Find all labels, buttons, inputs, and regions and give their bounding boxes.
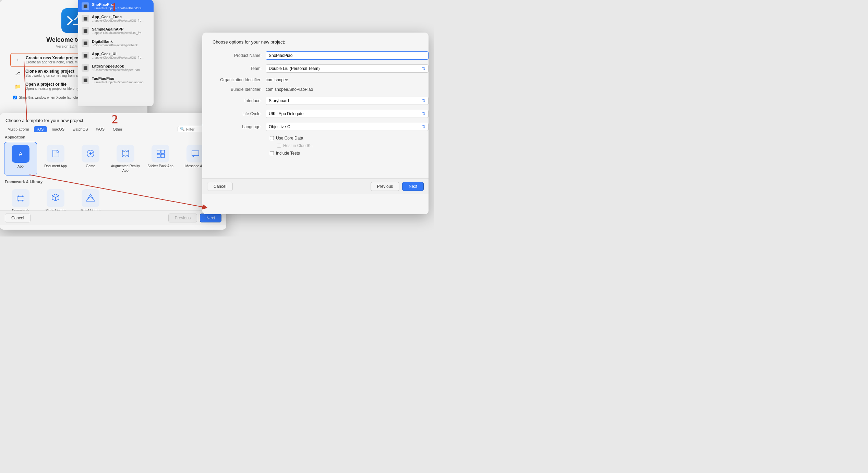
template-static-library[interactable]: Static Library (39, 186, 72, 210)
show-on-launch-checkbox[interactable] (13, 96, 17, 99)
tab-watchos[interactable]: watchOS (69, 126, 92, 132)
tab-multiplatform[interactable]: Multiplatform (4, 126, 33, 132)
core-data-checkbox[interactable] (270, 136, 274, 140)
options-form-area: Product Name: Team: Double Liu (Personal… (202, 48, 429, 178)
project-icon: ⬛ (82, 64, 89, 72)
recent-item[interactable]: ⬛ LittleShopeeBook ~/Documents/Projects/… (78, 62, 154, 74)
template-scroll-area: Application A App Document App (0, 135, 226, 210)
project-path: ...apple-CloudDocs/Projects/iOS_from_0 (92, 56, 147, 59)
options-header: Choose options for your new project: (202, 33, 429, 48)
framework-section-label: Framework & Library (4, 180, 222, 184)
language-label: Language: (202, 124, 266, 129)
project-name: LittleShopeeBook (92, 64, 140, 68)
cloudkit-checkbox[interactable] (277, 144, 281, 148)
team-select[interactable]: Double Liu (Personal Team) ⇅ (266, 64, 429, 73)
interface-label: Interface: (202, 98, 266, 103)
interface-select[interactable]: Storyboard ⇅ (266, 97, 429, 105)
team-select-arrow: ⇅ (422, 66, 425, 71)
app-label: App (17, 164, 24, 169)
recent-item[interactable]: ⬛ DigitalBank ~/Documents/Projects/digit… (78, 37, 154, 49)
project-icon: ⬛ (82, 76, 89, 84)
language-arrow: ⇅ (422, 124, 425, 129)
language-value: Objective-C (269, 124, 290, 129)
org-identifier-row: Organization Identifier: com.shopee (202, 77, 429, 82)
product-name-label: Product Name: (202, 53, 266, 58)
options-next-button[interactable]: Next (402, 182, 424, 191)
svg-rect-14 (189, 147, 202, 160)
project-path: ~/Documents/Projects/ShopeePlan (92, 68, 140, 72)
project-icon: ⬛ (82, 52, 89, 59)
open-icon: 📁 (13, 82, 22, 91)
project-name: SampleAgainAPP (92, 27, 147, 31)
metal-library-label: Metal Library (81, 208, 100, 210)
core-data-label: Use Core Data (276, 136, 303, 141)
lifecycle-select[interactable]: UIKit App Delegate ⇅ (266, 110, 429, 118)
project-path: ~/Documents/Projects/digitalbank (92, 44, 138, 47)
recent-item[interactable]: ⬛ App_Geek_UI ...apple-CloudDocs/Project… (78, 49, 154, 62)
clone-icon: ⎇ (13, 69, 22, 78)
lifecycle-arrow: ⇅ (422, 111, 425, 116)
document-app-label: Document App (44, 164, 67, 168)
interface-value: Storyboard (269, 98, 289, 103)
product-name-input[interactable] (266, 51, 429, 60)
document-app-icon (47, 145, 64, 162)
game-icon (82, 145, 99, 162)
project-path: ...apple-CloudDocs/Projects/iOS_from_0 (92, 31, 147, 35)
application-section-label: Application (4, 135, 222, 139)
template-next-button[interactable]: Next (200, 214, 221, 222)
tab-macos[interactable]: macOS (48, 126, 68, 132)
lifecycle-value: UIKit App Delegate (269, 111, 303, 116)
tab-tvos[interactable]: tvOS (93, 126, 108, 132)
template-game[interactable]: Game (74, 142, 107, 175)
template-document-app[interactable]: Document App (39, 142, 72, 175)
application-grid: A App Document App Game (4, 142, 222, 175)
include-tests-checkbox[interactable] (270, 151, 274, 155)
svg-rect-4 (49, 147, 62, 160)
recent-item[interactable]: ⬛ TaoPiaoPiao ...uments/Projects/Others/… (78, 74, 154, 86)
project-icon: ⬛ (82, 39, 89, 47)
step2-badge: 2 (112, 112, 118, 126)
project-name: App_Geek_Func (92, 15, 147, 19)
project-name: TaoPiaoPiao (92, 76, 144, 81)
options-previous-button[interactable]: Previous (371, 182, 400, 191)
metal-library-icon (82, 189, 99, 207)
template-cancel-button[interactable]: Cancel (5, 214, 31, 222)
template-sticker-pack[interactable]: Sticker Pack App (144, 142, 177, 175)
svg-rect-8 (119, 147, 132, 160)
app-icon: A (12, 145, 29, 163)
cloudkit-label: Host in CloudKit (283, 143, 313, 148)
filter-icon: 🔍 (180, 127, 185, 131)
tab-other[interactable]: Other (109, 126, 126, 132)
template-tabs: Multiplatform iOS macOS watchOS tvOS Oth… (0, 126, 226, 135)
language-select[interactable]: Objective-C ⇅ (266, 123, 429, 131)
sticker-pack-label: Sticker Pack App (147, 164, 173, 168)
language-row: Language: Objective-C ⇅ (202, 123, 429, 131)
imessage-icon (186, 145, 204, 162)
static-library-icon (47, 189, 64, 207)
bundle-identifier-label: Bundle Identifier: (202, 87, 266, 92)
recent-item[interactable]: ⬛ SampleAgainAPP ...apple-CloudDocs/Proj… (78, 25, 154, 37)
tab-ios[interactable]: iOS (34, 126, 47, 132)
game-label: Game (86, 164, 95, 168)
bundle-identifier-row: Bundle Identifier: com.shopee.ShoPiaoPia… (202, 87, 429, 92)
ar-app-label: Augmented Reality App (110, 164, 141, 173)
template-metal-library[interactable]: Metal Library (74, 186, 107, 210)
options-cancel-button[interactable]: Cancel (207, 182, 233, 191)
team-row: Team: Double Liu (Personal Team) ⇅ (202, 64, 429, 73)
recent-panel: ⬛ ShoPiaoPiao ...uments/Projects/ShoPiao… (78, 0, 154, 106)
project-name: ShoPiaoPiao (92, 2, 147, 7)
org-identifier-label: Organization Identifier: (202, 77, 266, 82)
template-previous-button[interactable]: Previous (168, 214, 197, 222)
template-ar-app[interactable]: Augmented Reality App (109, 142, 142, 175)
bundle-identifier-value: com.shopee.ShoPiaoPiao (266, 87, 429, 92)
create-icon: ＋ (13, 56, 22, 64)
include-tests-row: Include Tests (270, 151, 429, 156)
lifecycle-row: Life Cycle: UIKit App Delegate ⇅ (202, 110, 429, 118)
project-icon: ⬛ (82, 27, 89, 35)
org-identifier-value: com.shopee (266, 77, 429, 82)
project-name: App_Geek_UI (92, 52, 147, 56)
template-framework[interactable]: Framework (4, 186, 37, 210)
cloudkit-row: Host in CloudKit (277, 143, 429, 148)
ar-app-icon (117, 145, 134, 162)
template-app[interactable]: A App (4, 142, 37, 175)
